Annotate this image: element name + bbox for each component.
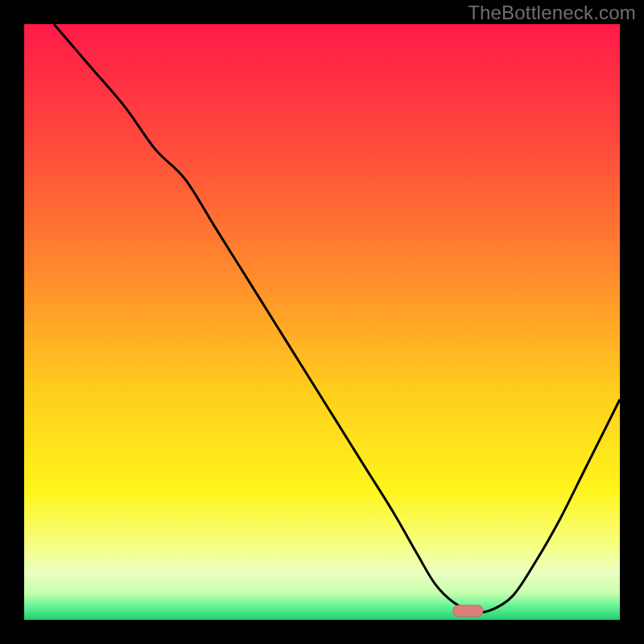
gradient-background (24, 24, 620, 620)
plot-svg (24, 24, 620, 620)
watermark-text: TheBottleneck.com (468, 2, 636, 24)
optimum-marker (453, 605, 483, 617)
chart-frame: TheBottleneck.com (0, 0, 644, 644)
plot-area (24, 24, 620, 620)
